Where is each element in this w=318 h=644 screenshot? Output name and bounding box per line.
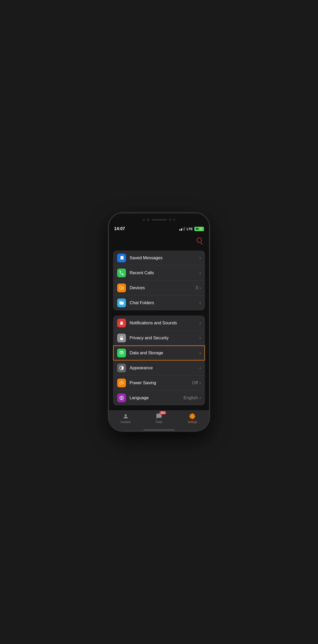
devices-item[interactable]: Devices 3 › [113,280,205,295]
data-storage-icon [117,349,126,357]
home-bar [144,429,174,430]
signal-bar-3 [182,228,184,231]
devices-badge: 3 [195,285,198,290]
status-bar: 14:07 LTE 45 ⚡ [109,226,209,233]
camera-left [143,219,145,221]
svg-rect-0 [120,286,122,289]
svg-rect-5 [120,382,123,384]
tab-chats[interactable]: 302 Chats [142,413,176,423]
settings-scroll[interactable]: Saved Messages › Recent Calls › Devices … [109,248,209,410]
language-value: English [184,395,198,400]
appearance-label: Appearance [130,365,200,371]
power-saving-label: Power Saving [130,380,192,386]
svg-rect-1 [122,287,124,289]
privacy-label: Privacy and Security [130,335,200,341]
appearance-icon [117,364,126,372]
phone-frame: 14:07 LTE 45 ⚡ [109,213,209,431]
svg-point-10 [125,414,127,416]
tab-chats-label: Chats [156,421,162,423]
tab-chats-icon-wrap: 302 [155,413,163,420]
speaker-bar [152,219,167,221]
contacts-icon [123,413,129,419]
chat-folders-label: Chat Folders [130,300,200,305]
data-storage-item[interactable]: Data and Storage › [113,345,205,360]
notch-cameras [143,218,175,221]
notifications-chevron: › [200,321,201,325]
recent-calls-chevron: › [200,271,201,275]
tab-settings[interactable]: Settings [176,413,209,423]
svg-point-3 [120,351,123,352]
settings-group-1: Saved Messages › Recent Calls › Devices … [113,250,205,310]
status-right: LTE 45 ⚡ [179,227,204,231]
tab-bar: Contacts 302 Chats Settin [109,410,209,431]
saved-messages-icon [117,254,126,262]
tab-settings-icon-wrap [189,413,196,420]
settings-icon [189,413,196,420]
devices-label: Devices [130,285,195,290]
chat-folders-item[interactable]: Chat Folders › [113,295,205,310]
power-saving-icon [117,379,126,387]
saved-messages-label: Saved Messages [130,255,200,261]
recent-calls-icon [117,269,126,277]
notifications-item[interactable]: Notifications and Sounds › [113,316,205,331]
power-saving-item[interactable]: Power Saving Off › [113,375,205,390]
lte-label: LTE [187,227,193,231]
language-label: Language [130,395,184,400]
chats-badge: 302 [159,411,166,414]
privacy-icon [117,334,126,342]
chat-folders-icon [117,299,126,307]
camera-right [169,219,171,221]
signal-bar-2 [181,229,182,231]
status-time: 14:07 [114,226,125,231]
privacy-item[interactable]: Privacy and Security › [113,331,205,345]
chat-folders-chevron: › [200,301,201,305]
appearance-item[interactable]: Appearance › [113,360,205,375]
saved-messages-item[interactable]: Saved Messages › [113,250,205,265]
notifications-label: Notifications and Sounds [130,320,200,326]
search-handle [201,242,202,244]
phone-screen: 14:07 LTE 45 ⚡ [109,213,209,431]
tab-contacts-label: Contacts [121,421,131,423]
signal-bar-4 [184,227,185,231]
search-icon [197,238,202,243]
data-storage-label: Data and Storage [130,350,200,356]
appearance-chevron: › [200,366,201,370]
tab-settings-label: Settings [188,421,197,423]
data-storage-chevron: › [200,351,201,355]
signal-bars [179,227,185,231]
settings-group-2: Notifications and Sounds › Privacy and S… [113,316,205,405]
devices-icon [117,284,126,292]
tab-contacts[interactable]: Contacts [109,413,142,423]
search-button[interactable] [195,235,204,245]
power-saving-value: Off [192,380,198,386]
language-chevron: › [200,396,201,400]
language-icon [117,394,126,402]
camera-far-right [173,219,175,221]
page-header [109,233,209,248]
svg-rect-2 [120,338,123,340]
recent-calls-label: Recent Calls [130,270,200,276]
signal-bar-1 [179,229,180,231]
notch-area [109,213,209,226]
notifications-icon [117,319,126,327]
privacy-chevron: › [200,336,201,340]
tab-contacts-icon-wrap [122,413,129,420]
saved-messages-chevron: › [200,256,201,260]
camera-center [147,218,149,221]
power-saving-chevron: › [200,381,201,385]
language-item[interactable]: Language English › [113,390,205,405]
battery-indicator: 45 ⚡ [194,227,204,231]
recent-calls-item[interactable]: Recent Calls › [113,265,205,280]
devices-chevron: › [200,286,201,290]
